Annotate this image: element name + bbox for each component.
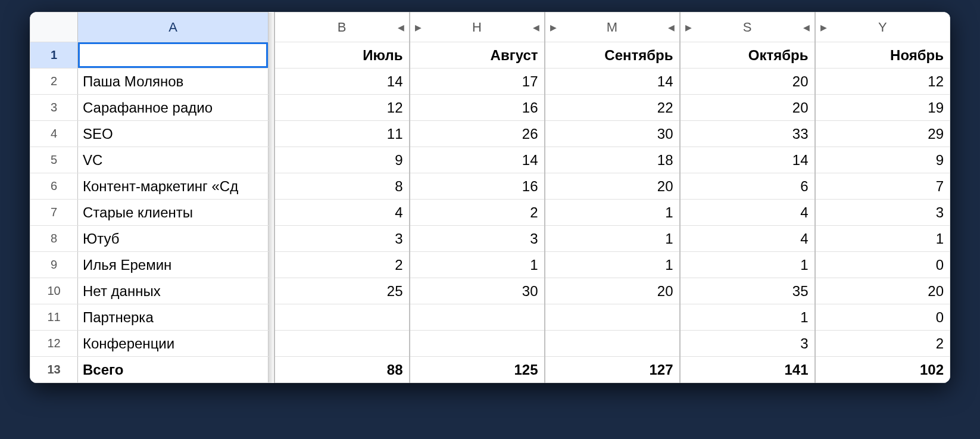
- expand-group-right-icon[interactable]: ◀: [397, 21, 405, 33]
- cell[interactable]: 18: [545, 147, 680, 173]
- cell[interactable]: Партнерка: [78, 304, 269, 331]
- row-number[interactable]: 2: [30, 69, 78, 95]
- cell[interactable]: Конференции: [78, 331, 269, 357]
- expand-group-left-icon[interactable]: ▶: [819, 21, 828, 33]
- cell[interactable]: 1: [680, 304, 815, 331]
- column-header-m[interactable]: ▶ M ◀: [545, 13, 680, 42]
- cell[interactable]: Сарафанное радио: [78, 95, 269, 121]
- cell[interactable]: 22: [545, 95, 680, 121]
- column-header-h[interactable]: ▶ H ◀: [410, 13, 545, 42]
- cell[interactable]: 9: [274, 147, 410, 173]
- cell[interactable]: 88: [274, 357, 410, 383]
- cell[interactable]: 12: [274, 95, 410, 121]
- cell[interactable]: Старые клиенты: [78, 200, 269, 226]
- cell[interactable]: 30: [545, 121, 680, 147]
- expand-group-left-icon[interactable]: ▶: [684, 21, 693, 33]
- cell[interactable]: 127: [545, 357, 680, 383]
- cell[interactable]: 3: [410, 226, 545, 252]
- cell[interactable]: 1: [545, 252, 680, 278]
- cell[interactable]: Октябрь: [680, 42, 815, 69]
- cell[interactable]: 9: [815, 147, 950, 173]
- cell[interactable]: 7: [815, 173, 950, 200]
- cell[interactable]: Всего: [78, 357, 269, 383]
- cell[interactable]: Август: [410, 42, 545, 69]
- cell[interactable]: 4: [274, 200, 410, 226]
- cell[interactable]: Ютуб: [78, 226, 269, 252]
- expand-group-left-icon[interactable]: ▶: [414, 21, 423, 33]
- row-number[interactable]: 3: [30, 95, 78, 121]
- cell[interactable]: 2: [815, 331, 950, 357]
- cell[interactable]: 14: [274, 69, 410, 95]
- expand-group-right-icon[interactable]: ◀: [802, 21, 811, 33]
- cell[interactable]: 2: [274, 252, 410, 278]
- cell[interactable]: 16: [410, 95, 545, 121]
- cell[interactable]: 3: [274, 226, 410, 252]
- cell[interactable]: 20: [680, 69, 815, 95]
- cell[interactable]: 35: [680, 278, 815, 304]
- cell[interactable]: 1: [815, 226, 950, 252]
- cell[interactable]: 17: [410, 69, 545, 95]
- cell[interactable]: Илья Еремин: [78, 252, 269, 278]
- cell[interactable]: [545, 304, 680, 331]
- cell[interactable]: 30: [410, 278, 545, 304]
- column-header-y[interactable]: ▶ Y: [815, 13, 950, 42]
- cell[interactable]: 20: [545, 278, 680, 304]
- cell[interactable]: 25: [274, 278, 410, 304]
- column-header-b[interactable]: B ◀: [274, 13, 410, 42]
- select-all-corner[interactable]: [30, 13, 78, 42]
- cell[interactable]: 1: [545, 200, 680, 226]
- expand-group-right-icon[interactable]: ◀: [532, 21, 541, 33]
- cell[interactable]: 20: [680, 95, 815, 121]
- cell[interactable]: 4: [680, 200, 815, 226]
- cell[interactable]: Июль: [274, 42, 410, 69]
- cell[interactable]: 20: [545, 173, 680, 200]
- cell[interactable]: 0: [815, 304, 950, 331]
- cell[interactable]: [410, 331, 545, 357]
- expand-group-left-icon[interactable]: ▶: [549, 21, 558, 33]
- row-number[interactable]: 8: [30, 226, 78, 252]
- cell[interactable]: [274, 304, 410, 331]
- expand-group-right-icon[interactable]: ◀: [667, 21, 676, 33]
- cell[interactable]: 8: [274, 173, 410, 200]
- cell[interactable]: 20: [815, 278, 950, 304]
- row-number[interactable]: 9: [30, 252, 78, 278]
- row-number[interactable]: 5: [30, 147, 78, 173]
- cell[interactable]: [410, 304, 545, 331]
- row-number[interactable]: 7: [30, 200, 78, 226]
- cell[interactable]: 16: [410, 173, 545, 200]
- row-number[interactable]: 4: [30, 121, 78, 147]
- cell[interactable]: 33: [680, 121, 815, 147]
- cell[interactable]: 102: [815, 357, 950, 383]
- cell[interactable]: 12: [815, 69, 950, 95]
- cell[interactable]: Ноябрь: [815, 42, 950, 69]
- cell[interactable]: 1: [410, 252, 545, 278]
- cell[interactable]: VC: [78, 147, 269, 173]
- row-number[interactable]: 10: [30, 278, 78, 304]
- cell[interactable]: 14: [410, 147, 545, 173]
- column-header-s[interactable]: ▶ S ◀: [680, 13, 815, 42]
- cell[interactable]: 26: [410, 121, 545, 147]
- cell[interactable]: 14: [545, 69, 680, 95]
- cell[interactable]: 19: [815, 95, 950, 121]
- row-number[interactable]: 12: [30, 331, 78, 357]
- cell[interactable]: 6: [680, 173, 815, 200]
- row-number[interactable]: 11: [30, 304, 78, 331]
- column-header-a[interactable]: A: [78, 13, 269, 42]
- cell[interactable]: 3: [815, 200, 950, 226]
- cell[interactable]: 14: [680, 147, 815, 173]
- cell[interactable]: 29: [815, 121, 950, 147]
- cell[interactable]: Нет данных: [78, 278, 269, 304]
- cell[interactable]: 141: [680, 357, 815, 383]
- cell[interactable]: Сентябрь: [545, 42, 680, 69]
- row-number[interactable]: 1: [30, 42, 78, 69]
- cell[interactable]: 125: [410, 357, 545, 383]
- cell[interactable]: [545, 331, 680, 357]
- cell[interactable]: Паша Молянов: [78, 69, 269, 95]
- cell[interactable]: Контент-маркетинг «Сд: [78, 173, 269, 200]
- cell[interactable]: 1: [545, 226, 680, 252]
- cell[interactable]: 11: [274, 121, 410, 147]
- cell[interactable]: 4: [680, 226, 815, 252]
- cell[interactable]: 3: [680, 331, 815, 357]
- row-number[interactable]: 13: [30, 357, 78, 383]
- row-number[interactable]: 6: [30, 173, 78, 200]
